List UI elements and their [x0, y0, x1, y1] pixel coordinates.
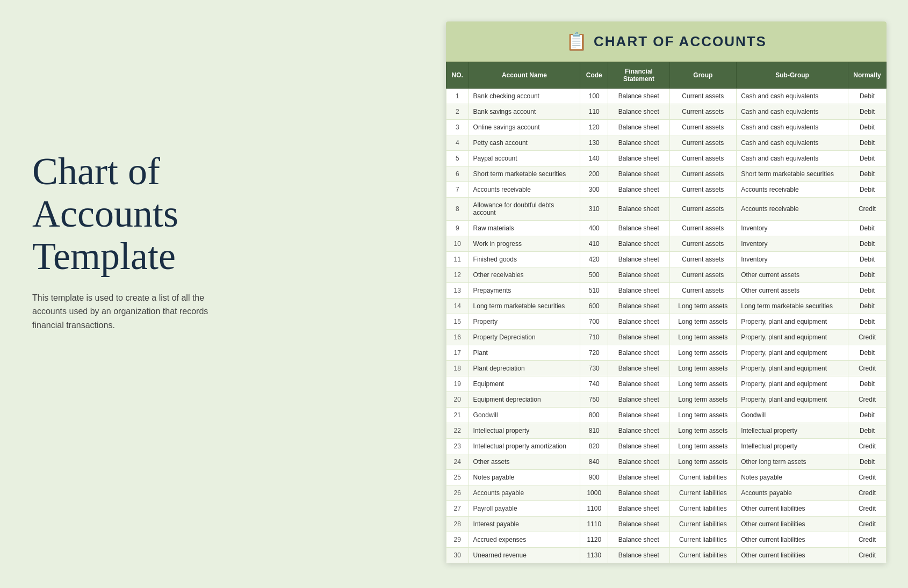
table-cell: Balance sheet: [608, 330, 669, 345]
table-row: 16Property Depreciation710Balance sheetL…: [446, 330, 887, 345]
table-cell: Bank checking account: [469, 89, 580, 104]
table-cell: Long term assets: [669, 392, 737, 408]
table-row: 14Long term marketable securities600Bala…: [446, 299, 887, 314]
table-cell: Credit: [848, 485, 886, 501]
table-cell: 420: [580, 252, 608, 267]
table-cell: Credit: [848, 470, 886, 485]
table-cell: Debit: [848, 314, 886, 330]
table-cell: Debit: [848, 135, 886, 151]
table-cell: 19: [446, 376, 469, 392]
table-cell: Balance sheet: [608, 485, 669, 501]
table-cell: 140: [580, 151, 608, 166]
table-cell: Accounts receivable: [737, 198, 848, 221]
table-cell: Cash and cash equivalents: [737, 120, 848, 135]
table-cell: Debit: [848, 166, 886, 182]
table-cell: Credit: [848, 439, 886, 454]
table-cell: Debit: [848, 345, 886, 361]
table-cell: Notes payable: [469, 470, 580, 485]
table-row: 15Property700Balance sheetLong term asse…: [446, 314, 887, 330]
table-cell: 110: [580, 104, 608, 120]
table-cell: Intellectual property: [469, 423, 580, 439]
table-cell: Allowance for doubtful debts account: [469, 198, 580, 221]
table-row: 5Paypal account140Balance sheetCurrent a…: [446, 151, 887, 166]
table-cell: Paypal account: [469, 151, 580, 166]
table-cell: Balance sheet: [608, 532, 669, 548]
table-cell: Current assets: [669, 236, 737, 252]
table-cell: 410: [580, 236, 608, 252]
table-cell: Credit: [848, 501, 886, 517]
table-cell: Inventory: [737, 252, 848, 267]
table-cell: Property: [469, 314, 580, 330]
table-cell: 18: [446, 361, 469, 376]
table-cell: Current assets: [669, 198, 737, 221]
col-header-subgroup: Sub-Group: [737, 62, 848, 89]
table-cell: Plant: [469, 345, 580, 361]
table-cell: Other current assets: [737, 267, 848, 283]
table-cell: Property Depreciation: [469, 330, 580, 345]
table-cell: Credit: [848, 361, 886, 376]
table-cell: Debit: [848, 454, 886, 470]
table-cell: 22: [446, 423, 469, 439]
table-cell: Debit: [848, 151, 886, 166]
table-cell: 600: [580, 299, 608, 314]
table-cell: Long term assets: [669, 376, 737, 392]
table-cell: Balance sheet: [608, 501, 669, 517]
table-cell: Credit: [848, 198, 886, 221]
table-cell: 29: [446, 532, 469, 548]
table-cell: Credit: [848, 548, 886, 563]
table-row: 3Online savings account120Balance sheetC…: [446, 120, 887, 135]
table-cell: Balance sheet: [608, 166, 669, 182]
table-cell: 28: [446, 517, 469, 532]
table-cell: Balance sheet: [608, 299, 669, 314]
table-cell: Long term marketable securities: [469, 299, 580, 314]
table-cell: Current assets: [669, 267, 737, 283]
table-cell: 26: [446, 485, 469, 501]
table-cell: Debit: [848, 221, 886, 236]
table-cell: Long term assets: [669, 330, 737, 345]
table-cell: Notes payable: [737, 470, 848, 485]
table-cell: Goodwill: [737, 408, 848, 423]
table-cell: Long term assets: [669, 299, 737, 314]
table-cell: Balance sheet: [608, 236, 669, 252]
table-cell: Balance sheet: [608, 517, 669, 532]
table-cell: 5: [446, 151, 469, 166]
table-cell: Balance sheet: [608, 151, 669, 166]
table-cell: Plant depreciation: [469, 361, 580, 376]
table-cell: Long term assets: [669, 439, 737, 454]
table-cell: 500: [580, 267, 608, 283]
table-cell: 400: [580, 221, 608, 236]
table-row: 19Equipment740Balance sheetLong term ass…: [446, 376, 887, 392]
table-cell: 700: [580, 314, 608, 330]
table-cell: 6: [446, 166, 469, 182]
table-cell: Debit: [848, 299, 886, 314]
table-cell: Long term assets: [669, 408, 737, 423]
table-cell: Accrued expenses: [469, 532, 580, 548]
chart-title: CHART OF ACCOUNTS: [594, 33, 767, 50]
table-cell: Balance sheet: [608, 376, 669, 392]
table-cell: Other assets: [469, 454, 580, 470]
table-row: 21Goodwill800Balance sheetLong term asse…: [446, 408, 887, 423]
table-cell: Property, plant and equipment: [737, 314, 848, 330]
table-cell: 10: [446, 236, 469, 252]
table-cell: 1130: [580, 548, 608, 563]
table-cell: Balance sheet: [608, 314, 669, 330]
table-cell: Balance sheet: [608, 198, 669, 221]
table-cell: Other current assets: [737, 283, 848, 299]
table-cell: 16: [446, 330, 469, 345]
table-cell: Debit: [848, 89, 886, 104]
table-row: 22Intellectual property810Balance sheetL…: [446, 423, 887, 439]
table-cell: Long term assets: [669, 345, 737, 361]
table-cell: Debit: [848, 252, 886, 267]
table-cell: 740: [580, 376, 608, 392]
table-row: 28Interest payable1110Balance sheetCurre…: [446, 517, 887, 532]
table-row: 17Plant720Balance sheetLong term assetsP…: [446, 345, 887, 361]
table-cell: Work in progress: [469, 236, 580, 252]
table-cell: Inventory: [737, 236, 848, 252]
table-cell: 3: [446, 120, 469, 135]
table-cell: 900: [580, 470, 608, 485]
table-cell: Cash and cash equivalents: [737, 104, 848, 120]
table-cell: Other current liabilities: [737, 517, 848, 532]
table-cell: Long term assets: [669, 423, 737, 439]
table-cell: 1120: [580, 532, 608, 548]
table-cell: 27: [446, 501, 469, 517]
